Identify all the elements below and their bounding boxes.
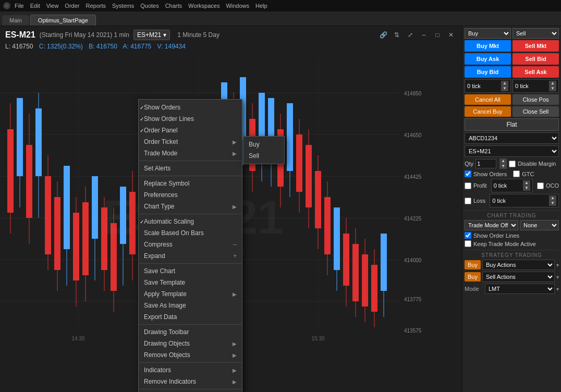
- loss-checkbox[interactable]: [465, 198, 471, 204]
- oco-checkbox[interactable]: [537, 182, 544, 189]
- menu-compress[interactable]: Compress –: [139, 239, 242, 250]
- menu-save-template[interactable]: Save Template: [139, 277, 242, 288]
- menu-order-ticket[interactable]: Order Ticket ▶ Buy Sell: [139, 136, 242, 148]
- chart-type-arrow: ▶: [233, 204, 237, 210]
- menu-remove-objects[interactable]: Remove Objects ▶: [139, 349, 242, 361]
- buy-actions-select[interactable]: Buy Actions: [482, 260, 555, 270]
- buy-ask-button[interactable]: Buy Ask: [465, 53, 511, 65]
- symbol-selector[interactable]: ES+M21 ▾: [133, 30, 170, 40]
- submenu-sell[interactable]: Sell: [243, 150, 284, 162]
- sell-ask-button[interactable]: Sell Ask: [513, 66, 559, 78]
- buy-select[interactable]: Buy: [465, 28, 511, 39]
- oco-row: OCO: [537, 182, 559, 189]
- mode-select[interactable]: LMT: [485, 284, 555, 294]
- link-icon[interactable]: 🔗: [377, 29, 389, 41]
- chart-area[interactable]: ES-M21 (Starting Fri May 14 2021) 1 min …: [0, 26, 462, 392]
- menu-chart-type[interactable]: Chart Type ▶: [139, 201, 242, 212]
- disable-margin-checkbox[interactable]: [509, 161, 516, 167]
- flat-button[interactable]: Flat: [465, 118, 559, 131]
- loss-row: Loss 0 tick ▲ ▼: [465, 194, 559, 207]
- qty-up[interactable]: ▲: [499, 158, 507, 164]
- menu-charts[interactable]: Charts: [165, 3, 182, 9]
- tab-startpage[interactable]: Optimus_StartPage: [30, 15, 96, 26]
- submenu-buy[interactable]: Buy: [243, 139, 284, 150]
- tab-main[interactable]: Main: [2, 15, 29, 26]
- menu-view[interactable]: View: [46, 3, 59, 9]
- svg-rect-12: [17, 98, 23, 176]
- menu-help[interactable]: Help: [255, 3, 267, 9]
- close-pos-button[interactable]: Close Pos: [513, 94, 559, 105]
- symbol-panel-select[interactable]: ES+M21: [465, 145, 559, 157]
- separator-1: [139, 161, 242, 161]
- buy-mkt-button[interactable]: Buy Mkt: [465, 40, 511, 52]
- profit-down[interactable]: ▼: [523, 186, 530, 191]
- qty-input[interactable]: [475, 159, 496, 168]
- trade-mode-select[interactable]: Trade Mode Off: [465, 220, 518, 230]
- sell-actions-buy-button[interactable]: Buy: [465, 272, 481, 281]
- menu-windows[interactable]: Windows: [226, 3, 249, 9]
- tick-up-right[interactable]: ▲: [549, 81, 556, 86]
- trade-mode-none[interactable]: None: [520, 220, 559, 230]
- tick-up-left[interactable]: ▲: [501, 81, 508, 86]
- menu-drawing-objects[interactable]: Drawing Objects ▶: [139, 338, 242, 349]
- menu-show-order-lines[interactable]: Show Order Lines: [139, 113, 242, 125]
- tick-spinners-right: ▲ ▼: [549, 81, 556, 91]
- cancel-buy-button[interactable]: Cancel Buy: [465, 106, 511, 117]
- svg-rect-18: [45, 176, 51, 254]
- sell-bid-button[interactable]: Sell Bid: [513, 53, 559, 65]
- close-sell-button[interactable]: Close Sell: [513, 106, 559, 117]
- cancel-all-button[interactable]: Cancel All: [465, 94, 511, 105]
- menu-bar[interactable]: File Edit View Order Reports Systems Quo…: [15, 3, 267, 9]
- menu-replace-symbol[interactable]: Replace Symbol: [139, 178, 242, 189]
- menu-export-data[interactable]: Export Data: [139, 311, 242, 323]
- tick-down-right[interactable]: ▼: [549, 86, 556, 91]
- mode-label: Mode: [465, 286, 483, 292]
- menu-indicators[interactable]: Indicators ▶: [139, 364, 242, 376]
- show-orders-checkbox[interactable]: [465, 170, 471, 177]
- menu-preferences[interactable]: Preferences: [139, 189, 242, 201]
- menu-set-alerts[interactable]: Set Alerts: [139, 163, 242, 174]
- menu-edit[interactable]: Edit: [30, 3, 40, 9]
- menu-order[interactable]: Order: [65, 3, 79, 9]
- sell-select[interactable]: Sell: [513, 28, 559, 39]
- menu-file[interactable]: File: [15, 3, 24, 9]
- menu-save-as-image[interactable]: Save As Image: [139, 300, 242, 311]
- svg-text:14:30: 14:30: [71, 336, 84, 341]
- menu-order-panel[interactable]: Order Panel: [139, 125, 242, 136]
- close-icon[interactable]: ✕: [445, 29, 457, 41]
- gtc-checkbox[interactable]: [513, 170, 520, 177]
- loss-down[interactable]: ▼: [549, 201, 556, 206]
- menu-quotes[interactable]: Quotes: [140, 3, 158, 9]
- keep-trade-mode-checkbox[interactable]: [465, 240, 471, 247]
- sell-actions-select[interactable]: Sell Actions: [482, 272, 555, 282]
- menu-systems[interactable]: Systems: [112, 3, 134, 9]
- menu-show-orders[interactable]: Show Orders: [139, 102, 242, 113]
- tick-down-left[interactable]: ▼: [501, 86, 508, 91]
- profit-up[interactable]: ▲: [523, 180, 530, 186]
- svg-rect-14: [26, 145, 32, 218]
- menu-expand[interactable]: Expand +: [139, 250, 242, 262]
- buy-actions-buy-button[interactable]: Buy: [465, 260, 481, 270]
- menu-automatic-scaling[interactable]: Automatic Scaling: [139, 216, 242, 227]
- account-select[interactable]: ABCD1234: [465, 132, 559, 144]
- menu-save-chart[interactable]: Save Chart: [139, 265, 242, 277]
- loss-up[interactable]: ▲: [549, 195, 556, 201]
- sync-icon[interactable]: ⇅: [391, 29, 403, 41]
- maximize-icon[interactable]: ⤢: [405, 29, 416, 41]
- svg-text:414850: 414850: [404, 91, 422, 96]
- show-order-lines-checkbox[interactable]: [465, 232, 471, 239]
- qty-down[interactable]: ▼: [499, 164, 507, 169]
- menu-reports[interactable]: Reports: [86, 3, 106, 9]
- buy-actions-row: Buy Buy Actions ▾: [465, 260, 559, 270]
- menu-apply-template[interactable]: Apply Template ▶: [139, 288, 242, 300]
- menu-workspaces[interactable]: Workspaces: [188, 3, 219, 9]
- menu-remove-indicators[interactable]: Remove Indicators ▶: [139, 376, 242, 387]
- profit-checkbox[interactable]: [465, 182, 471, 189]
- menu-scale-based-on-bars[interactable]: Scale Based On Bars: [139, 227, 242, 239]
- buy-bid-button[interactable]: Buy Bid: [465, 66, 511, 78]
- menu-drawing-toolbar[interactable]: Drawing Toolbar: [139, 326, 242, 338]
- restore-icon[interactable]: □: [432, 29, 443, 41]
- menu-trade-mode[interactable]: Trade Mode ▶: [139, 148, 242, 159]
- minimize-icon[interactable]: –: [418, 29, 430, 41]
- sell-mkt-button[interactable]: Sell Mkt: [513, 40, 559, 52]
